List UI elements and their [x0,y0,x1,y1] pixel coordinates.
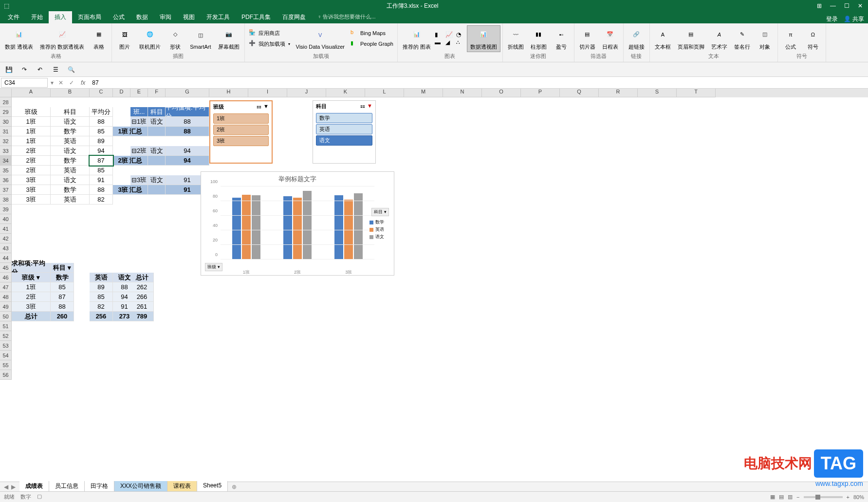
cell[interactable]: 1班 [12,136,51,146]
col-header[interactable]: R [599,89,638,97]
share-button[interactable]: 👤 共享 [844,15,864,23]
cell[interactable]: 语文 [51,117,90,127]
cell[interactable]: 数学 [51,185,90,195]
cell[interactable]: 94 [90,146,113,156]
preview-icon[interactable]: 🔍 [66,65,76,74]
col-header[interactable]: M [404,89,443,97]
ribbon-options-icon[interactable]: ⊞ [815,2,823,10]
row-header[interactable]: 54 [0,351,12,360]
row-header[interactable]: 49 [0,302,12,312]
pivot-chart[interactable]: 举例标题文字 020406080100 1班2班3班 科目 ▾ 数学英语语文 班… [201,171,394,276]
chart-bar[interactable] [283,196,292,260]
screenshot-button[interactable]: 📷屏幕截图 [215,26,242,52]
cell[interactable]: 1班 [12,127,51,136]
tab-PDF工具集[interactable]: PDF工具集 [236,11,277,23]
cell[interactable]: 89 [90,282,113,292]
cell[interactable]: 1班 汇总 [113,127,148,136]
pivottable-button[interactable]: 📊数据 透视表 [2,26,36,52]
cell[interactable]: 88 [90,185,113,195]
col-header[interactable]: A [12,89,51,97]
name-box[interactable] [1,78,48,88]
slicer-class[interactable]: 班级 ⚏▼ 1班2班3班 [209,100,273,164]
tab-视图[interactable]: 视图 [177,11,201,23]
cell[interactable]: 语文 [51,146,90,156]
cell[interactable]: 班级 [12,107,51,117]
col-header[interactable]: F [148,89,166,97]
timeline-button[interactable]: 📅日程表 [599,26,621,52]
axis-filter[interactable]: 班级 ▾ [205,263,222,271]
tab-公式[interactable]: 公式 [107,11,130,23]
people-graph-button[interactable]: ▮People Graph [349,39,395,49]
formula-input[interactable] [89,78,868,87]
cell[interactable]: 语文 [148,146,166,156]
cell[interactable]: ⊟1班 [130,117,148,127]
cell[interactable]: 3班 [12,302,51,312]
row-header[interactable]: 35 [0,166,12,175]
row-header[interactable]: 39 [0,205,12,214]
chart-bar[interactable] [293,198,302,260]
chart-bar[interactable] [354,193,363,260]
header-footer-button[interactable]: ▤页眉和页脚 [675,26,707,52]
row-header[interactable]: 33 [0,146,12,156]
row-header[interactable]: 45 [0,263,12,273]
row-header[interactable]: 55 [0,360,12,370]
cell[interactable]: 数学 [51,156,90,166]
confirm-icon[interactable]: ✓ [66,79,77,86]
row-header[interactable]: 56 [0,370,12,380]
tab-插入[interactable]: 插入 [49,11,72,23]
cell[interactable]: 87 [51,292,74,302]
cell[interactable]: 88 [90,117,113,127]
fx-icon[interactable]: fx [77,79,89,86]
area-chart-icon[interactable]: ◢ [445,39,455,46]
col-header[interactable]: N [443,89,482,97]
cell[interactable]: 英语 [90,273,113,282]
slicer-item[interactable]: 1班 [213,113,269,124]
undo-icon[interactable]: ↶ [35,65,45,74]
col-header[interactable]: E [130,89,148,97]
cell[interactable]: 1班 [12,282,51,292]
line-chart-icon[interactable]: 📈 [445,31,455,38]
scatter-chart-icon[interactable]: ∴ [456,39,466,46]
cell[interactable]: 科目 [51,107,90,117]
row-header[interactable]: 53 [0,341,12,351]
tab-审阅[interactable]: 审阅 [154,11,177,23]
row-header[interactable]: 44 [0,253,12,263]
row-header[interactable]: 42 [0,234,12,243]
cell[interactable]: 科目 ▾ [51,263,74,273]
visio-button[interactable]: VVisio Data Visualizer [293,26,348,51]
slicer-item[interactable]: 语文 [316,135,372,146]
close-icon[interactable]: ✕ [856,2,864,10]
cell[interactable]: 总计 [12,312,51,321]
slicer-item[interactable]: 3班 [213,136,269,146]
cell[interactable]: 85 [90,127,113,136]
cell[interactable]: 1班 [12,117,51,127]
cell[interactable]: 英语 [51,166,90,175]
cell[interactable]: 数学 [51,127,90,136]
row-header[interactable]: 32 [0,136,12,146]
cell[interactable] [148,185,166,195]
cell[interactable]: 88 [166,117,209,127]
cell[interactable]: 85 [90,166,113,175]
row-header[interactable]: 50 [0,312,12,321]
col-header[interactable]: S [638,89,677,97]
row-header[interactable]: 40 [0,214,12,224]
chart-bar[interactable] [303,191,312,260]
cell[interactable]: 英语 [51,195,90,205]
col-header[interactable]: C [90,89,113,97]
cell[interactable]: 261 [130,302,154,312]
cell[interactable]: 3班 [12,185,51,195]
row-header[interactable]: 31 [0,127,12,136]
cell[interactable]: 2班 [12,156,51,166]
cell[interactable]: 班... [130,107,148,117]
col-header[interactable]: T [677,89,716,97]
smartart-button[interactable]: ◫SmartArt [187,26,214,51]
cell[interactable]: 3班 [12,195,51,205]
multi-select-icon[interactable]: ⚏ [360,103,365,110]
cell[interactable]: 数学 [51,273,74,282]
tab-开始[interactable]: 开始 [25,11,49,23]
wordart-button[interactable]: A艺术字 [708,26,730,52]
select-all-corner[interactable] [0,89,12,97]
equation-button[interactable]: π公式 [780,26,801,52]
chart-bar[interactable] [252,195,260,260]
chart-bar[interactable] [242,195,251,260]
